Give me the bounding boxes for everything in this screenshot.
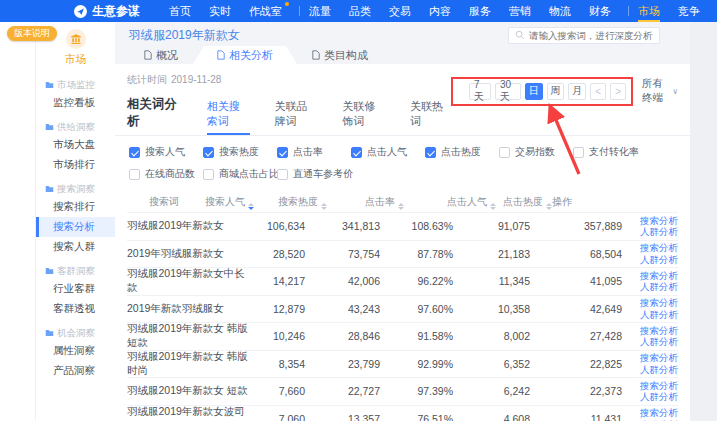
date-range-button[interactable]: 30天 — [495, 83, 521, 100]
crowd-analysis-link[interactable]: 人群分析 — [640, 281, 678, 293]
nav-item-label: 品类 — [349, 4, 371, 19]
crowd-analysis-link[interactable]: 人群分析 — [640, 254, 678, 266]
sidebar-item[interactable]: 客群透视 — [36, 299, 115, 319]
sidebar-item[interactable]: 搜索人群 — [36, 237, 115, 257]
column-header[interactable]: 操作 — [552, 195, 572, 209]
sidebar-item[interactable]: 市场排行 — [36, 155, 115, 175]
sidebar-item-label: 产品洞察 — [53, 364, 95, 378]
nav-item[interactable]: 首页 — [160, 0, 200, 22]
nav-item[interactable]: 市场 — [629, 0, 669, 22]
metric-row-2: 在线商品数 商城点击占比 直通车参考价 — [129, 167, 676, 181]
date-range-button[interactable]: 日 — [525, 83, 543, 100]
word-tab[interactable]: 关联热词 — [410, 99, 445, 135]
nav-item[interactable]: 竞争 — [669, 0, 709, 22]
sidebar-item[interactable]: 客群洞察 — [36, 263, 115, 279]
word-tab[interactable]: 相关搜索词 — [207, 99, 251, 135]
nav-item[interactable]: 营销 — [500, 0, 540, 22]
sidebar-item[interactable]: 搜索排行 — [36, 197, 115, 217]
search-box[interactable] — [508, 27, 660, 44]
nav-item[interactable]: 财务 — [580, 0, 620, 22]
search-analysis-link[interactable]: 搜索分析 — [640, 270, 678, 282]
date-range-button[interactable]: 周 — [547, 83, 565, 100]
crowd-analysis-link[interactable]: 人群分析 — [640, 391, 678, 403]
checkbox[interactable] — [499, 147, 510, 158]
date-range-button[interactable]: < — [590, 83, 606, 100]
nav-item[interactable]: 服务 — [460, 0, 500, 22]
search-analysis-link[interactable]: 搜索分析 — [640, 215, 678, 227]
metric-checkbox-item[interactable]: 交易指数 — [499, 145, 573, 159]
metric-checkbox-item[interactable]: 直通车参考价 — [277, 167, 351, 181]
column-header[interactable]: 搜索人气 — [179, 195, 254, 210]
crowd-analysis-link[interactable]: 人群分析 — [640, 364, 678, 376]
sidebar-item[interactable]: 市场大盘 — [36, 135, 115, 155]
nav-item[interactable]: 内容 — [420, 0, 460, 22]
metric-checkbox-item[interactable]: 搜索热度 — [203, 145, 277, 159]
sidebar-item-label: 行业客群 — [53, 282, 95, 296]
terminal-dropdown[interactable]: 所有终端 ∨ — [642, 77, 678, 105]
checkbox[interactable] — [351, 147, 362, 158]
search-analysis-link[interactable]: 搜索分析 — [640, 352, 678, 364]
app-window: 生意参谋 首页 实时 作战室 流量 — [0, 0, 717, 421]
sidebar-item[interactable]: 产品洞察 — [36, 361, 115, 381]
metric-checkbox-item[interactable]: 商城点击占比 — [203, 167, 277, 181]
version-tag-button[interactable]: 版本说明 — [7, 26, 57, 41]
date-range-button[interactable]: 月 — [568, 83, 586, 100]
checkbox[interactable] — [425, 147, 436, 158]
search-analysis-link[interactable]: 搜索分析 — [640, 297, 678, 309]
cell-click-heat: 22,825 — [530, 358, 622, 370]
sidebar-item[interactable]: 市场监控 — [36, 77, 115, 93]
date-range-button[interactable]: 7天 — [469, 83, 491, 100]
word-tab[interactable]: 关联品牌词 — [274, 99, 318, 135]
page-tab[interactable]: 相关分析 — [193, 46, 297, 64]
date-range-button[interactable]: > — [610, 83, 626, 100]
nav-item[interactable]: 交易 — [380, 0, 420, 22]
folder-icon — [45, 329, 54, 337]
metric-checkbox-item[interactable]: 搜索人气 — [129, 145, 203, 159]
sidebar-item[interactable]: 监控看板 — [36, 93, 115, 113]
search-analysis-link[interactable]: 搜索分析 — [640, 407, 678, 419]
sidebar-item[interactable]: 供给洞察 — [36, 119, 115, 135]
column-header[interactable]: 点击率 — [327, 195, 404, 210]
nav-item[interactable]: 作战室 — [240, 0, 291, 22]
checkbox[interactable] — [203, 147, 214, 158]
sidebar-item[interactable]: 行业客群 — [36, 279, 115, 299]
brand[interactable]: 生意参谋 — [74, 3, 140, 20]
nav-item[interactable]: 品类 — [340, 0, 380, 22]
column-header[interactable]: 点击热度 — [496, 195, 552, 210]
metric-checkbox-item[interactable]: 点击人气 — [351, 145, 425, 159]
date-range-label: 日 — [529, 84, 539, 98]
page-tab[interactable]: 类目构成 — [297, 46, 383, 64]
nav-item-label: 竞争 — [678, 4, 700, 19]
page-tab[interactable]: 概况 — [129, 46, 193, 64]
search-analysis-link[interactable]: 搜索分析 — [640, 380, 678, 392]
checkbox[interactable] — [203, 169, 214, 180]
column-header[interactable]: 搜索热度 — [254, 195, 327, 210]
metric-checkbox-item[interactable]: 点击热度 — [425, 145, 499, 159]
nav-item[interactable]: 实时 — [200, 0, 240, 22]
search-analysis-link[interactable]: 搜索分析 — [640, 325, 678, 337]
search-input[interactable] — [529, 30, 653, 41]
sidebar-item[interactable]: 搜索洞察 — [36, 181, 115, 197]
metric-checkbox-item[interactable]: 点击率 — [277, 145, 351, 159]
checkbox[interactable] — [129, 147, 140, 158]
metric-checkbox-item[interactable]: 在线商品数 — [129, 167, 203, 181]
brand-name: 生意参谋 — [92, 3, 140, 20]
crowd-analysis-link[interactable]: 人群分析 — [640, 309, 678, 321]
word-tab[interactable]: 关联修饰词 — [342, 99, 386, 135]
nav-item[interactable]: 流量 — [300, 0, 340, 22]
search-analysis-link[interactable]: 搜索分析 — [640, 242, 678, 254]
sidebar-item[interactable]: 属性洞察 — [36, 341, 115, 361]
crowd-analysis-link[interactable]: 人群分析 — [640, 226, 678, 238]
checkbox[interactable] — [277, 147, 288, 158]
checkbox[interactable] — [277, 169, 288, 180]
metric-checkbox-item[interactable]: 支付转化率 — [573, 145, 647, 159]
column-header[interactable]: 点击人气 — [404, 195, 496, 210]
checkbox[interactable] — [573, 147, 584, 158]
nav-item[interactable]: 物流 — [540, 0, 580, 22]
checkbox[interactable] — [129, 169, 140, 180]
crowd-analysis-link[interactable]: 人群分析 — [640, 336, 678, 348]
top-nav: 生意参谋 首页 实时 作战室 流量 — [0, 0, 717, 22]
column-header[interactable]: 搜索词 — [127, 195, 179, 209]
sidebar-item[interactable]: 机会洞察 — [36, 325, 115, 341]
sidebar-item[interactable]: 搜索分析 — [36, 217, 115, 237]
